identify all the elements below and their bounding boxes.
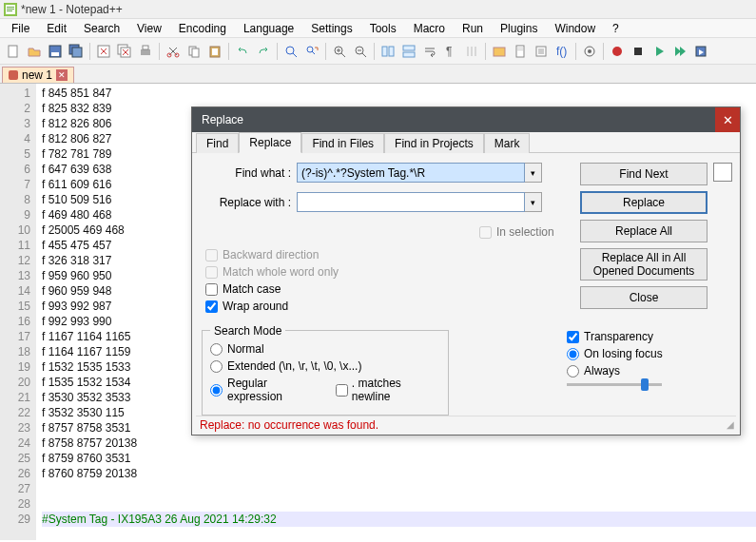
doc-map-icon[interactable]: [511, 42, 530, 61]
tab-mark[interactable]: Mark: [484, 133, 531, 153]
indent-guide-icon[interactable]: [462, 42, 481, 61]
doc-list-icon[interactable]: [532, 42, 551, 61]
cut-icon[interactable]: [164, 42, 183, 61]
find-next-button[interactable]: Find Next: [580, 163, 708, 185]
copy-icon[interactable]: [184, 42, 204, 61]
toolbar-separator: [374, 43, 375, 60]
replace-with-input[interactable]: [297, 192, 525, 212]
show-all-chars-icon[interactable]: ¶: [441, 42, 460, 61]
transparency-checkbox[interactable]: Transparency: [567, 330, 728, 343]
menu-search[interactable]: Search: [76, 20, 127, 37]
find-next-toggle-checkbox[interactable]: [713, 163, 732, 182]
document-tab-label: new 1: [22, 68, 52, 82]
undo-icon[interactable]: [233, 42, 252, 61]
replace-icon[interactable]: [302, 42, 321, 61]
dialog-close-button[interactable]: ✕: [715, 107, 740, 132]
dot-matches-newline-checkbox[interactable]: . matches newline: [336, 377, 440, 403]
close-all-icon[interactable]: [115, 42, 134, 61]
search-mode-extended[interactable]: Extended (\n, \r, \t, \0, \x...): [210, 359, 440, 373]
tab-find-in-files[interactable]: Find in Files: [301, 133, 384, 153]
folder-workspace-icon[interactable]: [490, 42, 509, 61]
svg-rect-5: [9, 46, 17, 57]
save-macro-icon[interactable]: [691, 42, 710, 61]
search-mode-regex[interactable]: Regular expression . matches newline: [210, 377, 440, 403]
play-multi-icon[interactable]: [670, 42, 689, 61]
replace-all-opened-button[interactable]: Replace All in All Opened Documents: [580, 248, 708, 281]
menu-tools[interactable]: Tools: [362, 20, 404, 37]
title-bar: *new 1 - Notepad++: [0, 0, 756, 19]
monitor-icon[interactable]: [580, 42, 599, 61]
save-all-icon[interactable]: [67, 42, 86, 61]
replace-button[interactable]: Replace: [580, 191, 708, 214]
find-icon[interactable]: [281, 42, 300, 61]
close-tab-icon[interactable]: ✕: [56, 69, 68, 81]
open-file-icon[interactable]: [25, 42, 44, 61]
menu-file[interactable]: File: [4, 20, 37, 37]
svg-point-21: [286, 47, 294, 54]
sync-v-icon[interactable]: [378, 42, 397, 61]
sync-h-icon[interactable]: [399, 42, 418, 61]
app-icon: [4, 3, 17, 16]
function-list-icon[interactable]: f(): [552, 42, 572, 61]
document-tab[interactable]: new 1 ✕: [2, 67, 74, 83]
menu-language[interactable]: Language: [236, 20, 301, 37]
svg-point-38: [612, 47, 622, 56]
redo-icon[interactable]: [254, 42, 273, 61]
transparency-on-losing-focus[interactable]: On losing focus: [567, 347, 728, 360]
unsaved-doc-icon: [9, 70, 18, 80]
line-number-gutter: 1234567891011121314151617181920212223242…: [0, 84, 36, 540]
find-dropdown-icon[interactable]: ▾: [525, 163, 542, 183]
wrap-around-checkbox[interactable]: Wrap around: [205, 300, 339, 313]
match-case-checkbox[interactable]: Match case: [205, 282, 339, 296]
word-wrap-icon[interactable]: [420, 42, 439, 61]
transparency-always[interactable]: Always: [567, 364, 728, 377]
transparency-slider[interactable]: [567, 383, 662, 386]
in-selection-checkbox[interactable]: In selection: [479, 225, 554, 239]
tab-find-in-projects[interactable]: Find in Projects: [384, 133, 484, 153]
svg-rect-20: [212, 48, 218, 55]
svg-rect-27: [403, 46, 415, 50]
tab-replace[interactable]: Replace: [239, 132, 301, 153]
menu-macro[interactable]: Macro: [406, 20, 453, 37]
replace-all-button[interactable]: Replace All: [580, 220, 708, 242]
replace-dropdown-icon[interactable]: ▾: [525, 192, 542, 212]
tab-find[interactable]: Find: [196, 133, 239, 153]
menu-help[interactable]: ?: [605, 20, 627, 37]
menu-edit[interactable]: Edit: [39, 20, 74, 37]
menu-settings[interactable]: Settings: [303, 20, 359, 37]
save-icon[interactable]: [46, 42, 65, 61]
menu-plugins[interactable]: Plugins: [493, 20, 545, 37]
menu-bar: File Edit Search View Encoding Language …: [0, 19, 756, 38]
svg-rect-14: [143, 46, 148, 49]
menu-encoding[interactable]: Encoding: [171, 20, 234, 37]
print-icon[interactable]: [136, 42, 155, 61]
svg-rect-13: [141, 49, 150, 55]
resize-grip-icon[interactable]: ◢: [727, 419, 736, 430]
menu-run[interactable]: Run: [455, 20, 491, 37]
whole-word-checkbox: Match whole word only: [205, 265, 339, 279]
toolbar-separator: [228, 43, 229, 60]
search-mode-group: Search Mode Normal Extended (\n, \r, \t,…: [202, 330, 449, 416]
close-file-icon[interactable]: [94, 42, 113, 61]
toolbar-separator: [89, 43, 90, 60]
new-file-icon[interactable]: [4, 42, 23, 61]
stop-macro-icon[interactable]: [629, 42, 648, 61]
find-what-input[interactable]: [297, 163, 525, 183]
svg-rect-28: [403, 52, 415, 57]
backward-direction-checkbox: Backward direction: [205, 248, 339, 261]
record-macro-icon[interactable]: [608, 42, 627, 61]
toolbar-separator: [325, 43, 326, 60]
zoom-in-icon[interactable]: [330, 42, 349, 61]
dialog-titlebar[interactable]: Replace ✕: [192, 107, 740, 132]
dialog-tabbar: Find Replace Find in Files Find in Proje…: [192, 132, 740, 153]
zoom-out-icon[interactable]: [351, 42, 370, 61]
toolbar-separator: [603, 43, 604, 60]
slider-thumb-icon[interactable]: [641, 378, 649, 391]
paste-icon[interactable]: [205, 42, 224, 61]
dialog-body: Find what : ▾ Replace with : ▾ In select…: [192, 153, 740, 417]
close-button[interactable]: Close: [580, 286, 708, 309]
menu-view[interactable]: View: [129, 20, 169, 37]
menu-window[interactable]: Window: [547, 20, 603, 37]
play-macro-icon[interactable]: [649, 42, 669, 61]
search-mode-normal[interactable]: Normal: [210, 342, 440, 356]
